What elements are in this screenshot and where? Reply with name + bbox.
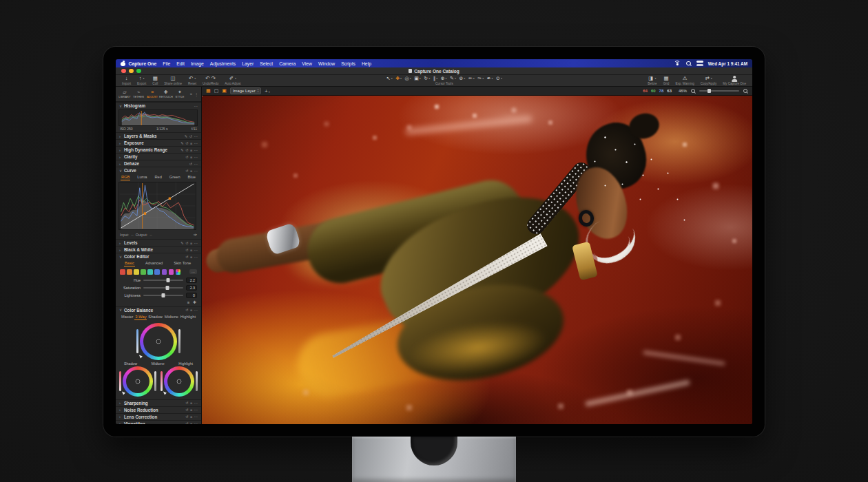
tabs-menu-icon[interactable]: ⋮ xyxy=(194,92,198,96)
cb-tab-highlight[interactable]: Highlight xyxy=(180,314,196,320)
panel-lens-correction[interactable]: › Lens Correction ↺≡⋯ xyxy=(116,413,201,420)
tab-retouch[interactable]: ✚ RETOUCH xyxy=(159,90,173,99)
shadow-color-wheel[interactable] xyxy=(123,366,153,397)
wheel-center-handle[interactable] xyxy=(136,379,141,384)
preset-icon[interactable]: ≡ xyxy=(190,148,192,152)
reset-icon[interactable]: ↺ xyxy=(185,248,188,252)
wheel-center-handle[interactable] xyxy=(177,379,182,384)
highlight-color-wheel[interactable] xyxy=(164,366,194,397)
color-editor-tab-basic[interactable]: Basic xyxy=(124,260,135,266)
reset-icon[interactable]: ↺ xyxy=(185,141,188,145)
swatch-more-button[interactable]: ⋯ xyxy=(189,269,197,274)
erase-mask-tool[interactable]: ⊘ xyxy=(459,76,465,82)
menu-capture-one[interactable]: Capture One xyxy=(125,61,160,66)
saturation-value[interactable]: 2.3 xyxy=(186,285,197,291)
more-icon[interactable]: ⋯ xyxy=(194,148,198,152)
color-swatch-red[interactable] xyxy=(120,269,125,275)
lightness-value[interactable]: 0 xyxy=(186,293,197,298)
tab-adjust[interactable]: ≡ ADJUST xyxy=(145,90,159,99)
draw-mask-tool[interactable]: ✎ xyxy=(450,76,456,82)
search-icon[interactable] xyxy=(686,61,692,66)
wheel-side-slider[interactable] xyxy=(136,329,138,353)
more-icon[interactable]: ⋯ xyxy=(194,408,198,412)
rotate-tool[interactable]: ↻ xyxy=(424,76,430,82)
preset-icon[interactable]: ≡ xyxy=(190,401,192,405)
wheel-side-slider[interactable] xyxy=(119,371,121,390)
curve-tab-blue[interactable]: Blue xyxy=(187,174,196,180)
grid-button[interactable]: ▦ Grid xyxy=(663,76,670,85)
menu-adjustments[interactable]: Adjustments xyxy=(207,61,238,66)
more-icon[interactable]: ⋯ xyxy=(194,241,198,245)
preset-icon[interactable]: ≡ xyxy=(190,141,192,145)
reset-icon[interactable]: ↺ xyxy=(185,255,188,259)
minimize-button[interactable] xyxy=(129,69,134,74)
copy-apply-button[interactable]: ⇄ Copy/Apply xyxy=(701,76,717,85)
curve-graph[interactable] xyxy=(118,182,196,230)
more-icon[interactable]: ⋯ xyxy=(194,162,198,166)
reset-icon[interactable]: ↺ xyxy=(185,408,188,412)
preset-icon[interactable]: ≡ xyxy=(190,248,192,252)
more-icon[interactable]: ⋯ xyxy=(194,248,198,252)
preset-icon[interactable]: ≡ xyxy=(190,415,192,419)
reset-button[interactable]: ↶ Reset xyxy=(188,76,196,85)
brush-icon[interactable]: ✎ xyxy=(185,134,187,138)
panel-black-and-white[interactable]: › Black & White ↺≡⋯ xyxy=(116,246,201,253)
hue-value[interactable]: 2.2 xyxy=(186,277,197,283)
menu-camera[interactable]: Camera xyxy=(276,61,299,66)
color-swatch-orange[interactable] xyxy=(127,269,132,275)
my-capture-one-button[interactable]: My Capture One xyxy=(723,76,746,85)
add-picker-icon[interactable]: ✚ xyxy=(193,300,196,304)
menu-scripts[interactable]: Scripts xyxy=(338,61,359,66)
color-swatch-magenta[interactable] xyxy=(169,269,174,275)
color-swatch-purple[interactable] xyxy=(162,269,167,275)
color-picker-tool[interactable]: ✒ xyxy=(487,76,493,82)
color-editor-tab-skin-tone[interactable]: Skin Tone xyxy=(173,260,192,266)
export-button[interactable]: ↑ Export xyxy=(137,76,146,85)
annotation-tool[interactable]: ✏ xyxy=(468,76,475,82)
midtone-color-wheel[interactable] xyxy=(140,323,177,360)
more-icon[interactable]: ⋯ xyxy=(194,155,198,159)
menu-layer[interactable]: Layer xyxy=(239,61,257,66)
zoom-out-icon[interactable] xyxy=(690,88,696,94)
share-online-button[interactable]: ◫ Share online xyxy=(164,76,182,85)
color-swatch-green[interactable] xyxy=(141,269,146,275)
loupe-tool[interactable]: ◎ xyxy=(405,76,411,82)
spot-removal-tool[interactable]: ⊕ xyxy=(441,76,447,82)
preset-icon[interactable]: ≡ xyxy=(190,421,192,424)
layer-selector[interactable]: Image Layer ▴▾ xyxy=(230,87,261,94)
histogram-panel-header[interactable]: ∨ Histogram ⋯ xyxy=(116,102,201,109)
menu-bar-clock[interactable]: Wed Apr 1 9:41 AM xyxy=(708,61,747,66)
tabs-overflow-icon[interactable]: » xyxy=(190,92,192,96)
zoom-button[interactable] xyxy=(136,69,141,74)
panel-clarity[interactable]: › Clarity ↺≡⋯ xyxy=(116,153,201,160)
color-swatch-teal[interactable] xyxy=(147,269,153,275)
more-icon[interactable]: ⋯ xyxy=(194,415,198,419)
wheel-side-slider[interactable] xyxy=(154,371,156,390)
zoom-in-icon[interactable] xyxy=(743,88,748,94)
import-button[interactable]: ↓ Import xyxy=(122,76,131,85)
reset-icon[interactable]: ↺ xyxy=(185,241,188,245)
more-icon[interactable]: ⋯ xyxy=(194,141,198,145)
before-button[interactable]: ◨ Before xyxy=(648,76,657,85)
cb-tab-midtone[interactable]: Midtone xyxy=(164,314,179,320)
menu-file[interactable]: File xyxy=(160,61,174,66)
reset-icon[interactable]: ↺ xyxy=(185,421,188,424)
preset-icon[interactable]: ≡ xyxy=(190,155,192,159)
more-icon[interactable]: ⋯ xyxy=(194,134,198,138)
straighten-tool[interactable]: ∥ xyxy=(433,76,438,82)
panel-exposure[interactable]: › Exposure ✎↺≡⋯ xyxy=(116,139,201,146)
more-icon[interactable]: ⋯ xyxy=(194,255,198,259)
color-swatch-yellow[interactable] xyxy=(134,269,139,275)
target-picker-tool[interactable]: ⊙ xyxy=(496,76,502,82)
photo-canvas[interactable] xyxy=(202,96,752,424)
cb-tab-shadow[interactable]: Shadow xyxy=(147,314,163,320)
curve-tab-rgb[interactable]: RGB xyxy=(121,174,130,180)
tab-tether[interactable]: ⌁ TETHER xyxy=(132,90,145,99)
curve-picker-icon[interactable]: ✑ xyxy=(194,232,197,237)
white-balance-picker-tool[interactable]: ✑ xyxy=(477,76,484,82)
panel-vignetting[interactable]: › Vignetting ↺≡⋯ xyxy=(116,420,201,425)
lightness-slider[interactable] xyxy=(143,295,183,296)
brush-icon[interactable]: ✎ xyxy=(180,141,183,145)
control-center-icon[interactable] xyxy=(696,61,703,66)
reset-icon[interactable]: ↺ xyxy=(185,155,188,159)
